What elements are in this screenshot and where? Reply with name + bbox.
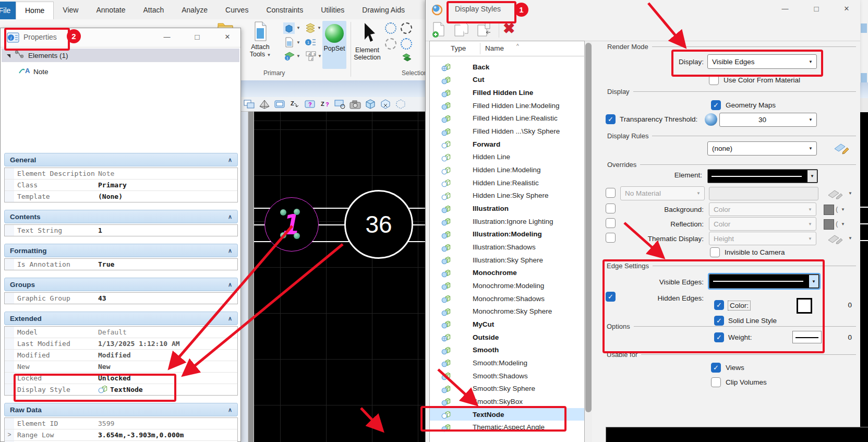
maximize-icon[interactable] — [811, 4, 822, 14]
background-swatch-caret[interactable]: ▼ — [841, 207, 845, 212]
close-icon[interactable] — [841, 4, 852, 14]
style-row-filled-hidden-line[interactable]: Filled Hidden Line — [430, 86, 584, 99]
style-row-outside[interactable]: Outside — [430, 331, 584, 344]
view-window-title-bar[interactable] — [241, 80, 425, 98]
style-row-hidden-line[interactable]: Hidden Line — [430, 151, 584, 164]
transparency-threshold-dropdown[interactable]: 30 — [719, 113, 817, 127]
style-row-smooth-skybox[interactable]: Smooth:SkyBox — [430, 395, 584, 408]
element-line-style-dropdown[interactable] — [707, 169, 818, 183]
edge-color-checkbox[interactable] — [714, 300, 724, 310]
new-style-button[interactable] — [430, 21, 448, 41]
tab-analyze[interactable]: Analyze — [173, 2, 216, 19]
apply-view-icon[interactable]: ? — [304, 99, 316, 110]
style-row-hidden-line-realistic[interactable]: Hidden Line:Realistic — [430, 176, 584, 189]
text-node-bubble-36[interactable]: 36 — [344, 190, 413, 259]
view-cube-icon[interactable] — [364, 99, 377, 110]
style-row-illustration-ignore-lighting[interactable]: Illustration:Ignore Lighting — [430, 215, 584, 228]
tree-item-elements[interactable]: Elements (1) — [2, 49, 239, 62]
style-row-monochrome-sky-sphere[interactable]: Monochrome:Sky Sphere — [430, 305, 584, 318]
tab-file[interactable]: File — [0, 2, 16, 19]
thematic-eraser-caret[interactable]: ▼ — [848, 236, 852, 241]
change-z-icon[interactable]: Z — [288, 99, 301, 110]
property-value[interactable]: Default — [98, 328, 237, 336]
selection-handle[interactable] — [294, 209, 300, 215]
references-icon[interactable] — [285, 37, 293, 50]
property-value[interactable]: Primary — [98, 181, 237, 189]
material-dropdown[interactable]: No Material — [620, 186, 705, 200]
collapse-icon[interactable]: ∧ — [228, 407, 232, 413]
style-row-filled-hidden-line-modeling[interactable]: Filled Hidden Line:Modeling — [430, 99, 584, 112]
selection-handle[interactable] — [280, 209, 286, 216]
invisible-to-camera-checkbox[interactable] — [710, 247, 720, 257]
style-row-monochrome-modeling[interactable]: Monochrome:Modeling — [430, 279, 584, 292]
material-field[interactable] — [709, 187, 818, 200]
property-value[interactable]: Unlocked — [98, 374, 237, 382]
text-node-bubble-1[interactable]: 1 — [264, 197, 319, 252]
style-row-filled-hidden-line-realistic[interactable]: Filled Hidden Line:Realistic — [430, 112, 584, 125]
view-scrollbar-thumb[interactable] — [248, 112, 254, 442]
selection-handle[interactable] — [294, 233, 300, 239]
tree-item-note[interactable]: A Note — [18, 66, 49, 77]
drawing-canvas[interactable]: 1 36 — [254, 112, 425, 442]
capture-icon[interactable] — [349, 99, 361, 110]
hidden-edges-checkbox[interactable] — [606, 292, 616, 302]
collapse-icon[interactable]: ∧ — [228, 247, 232, 254]
display-rules-edit-icon[interactable] — [833, 139, 850, 157]
attach-tools-button[interactable]: Attach Tools ▼ — [243, 21, 278, 58]
geometry-maps-checkbox[interactable] — [711, 100, 721, 110]
property-value[interactable]: True — [98, 260, 237, 268]
style-row-smooth-shadows[interactable]: Smooth:Shadows — [430, 369, 584, 383]
property-value[interactable]: 43 — [98, 294, 237, 302]
tab-drawing-aids[interactable]: Drawing Aids — [353, 2, 414, 19]
models-icon[interactable] — [283, 22, 295, 34]
style-row-smooth[interactable]: Smooth — [430, 343, 584, 356]
shortcuts-caret[interactable]: ▼ — [318, 54, 322, 58]
selection-mode-2-icon[interactable] — [385, 38, 396, 50]
selection-handle[interactable] — [280, 232, 286, 238]
style-row-illustration-modeling[interactable]: Illustration:Modeling — [430, 228, 584, 241]
property-value[interactable]: 3.654m,-3.903m,0.000m — [98, 431, 237, 439]
lock-element-icon[interactable] — [401, 22, 412, 34]
fit-view-icon[interactable] — [243, 99, 256, 110]
reflection-swatch[interactable] — [824, 219, 834, 230]
material-eraser-icon[interactable] — [826, 187, 845, 202]
material-eraser-caret[interactable]: ▼ — [848, 191, 852, 196]
import-style-button[interactable] — [475, 21, 493, 41]
levels-icon[interactable] — [305, 22, 316, 35]
tab-view[interactable]: View — [54, 2, 87, 19]
style-row-monochrome[interactable]: Monochrome — [430, 267, 584, 280]
minimize-icon[interactable] — [779, 4, 791, 14]
references-caret[interactable]: ▼ — [296, 40, 300, 45]
section-header-raw-data[interactable]: Raw Data∧ — [4, 403, 238, 416]
section-header-groups[interactable]: Groups∧ — [4, 278, 238, 291]
style-row-forward[interactable]: Forward — [430, 138, 584, 151]
column-name[interactable]: Name — [485, 44, 504, 52]
style-row-illustration-sky-sphere[interactable]: Illustration:Sky Sphere — [430, 254, 584, 267]
property-value[interactable]: Modified — [98, 351, 237, 359]
style-row-illustration[interactable]: Illustration — [430, 202, 584, 215]
section-header-extended[interactable]: Extended∧ — [4, 312, 238, 325]
thematic-display-dropdown[interactable]: Height — [709, 232, 816, 245]
edge-weight-preview[interactable] — [792, 331, 822, 343]
tab-attach[interactable]: Attach — [135, 2, 173, 19]
collapse-icon[interactable]: ∧ — [228, 157, 232, 163]
edge-color-value[interactable]: 0 — [833, 301, 852, 309]
visible-edges-line-style-dropdown[interactable] — [709, 274, 819, 289]
tab-annotate[interactable]: Annotate — [87, 2, 134, 19]
style-row-smooth-sky-sphere[interactable]: Smooth:Sky Sphere — [430, 382, 584, 395]
collapse-icon[interactable]: ∧ — [228, 213, 232, 220]
property-value[interactable]: 1 — [98, 226, 237, 234]
unlock-element-icon[interactable] — [401, 38, 412, 50]
models-caret[interactable]: ▼ — [296, 26, 300, 30]
element-selection-button[interactable]: Element Selection — [353, 21, 382, 61]
auxiliary-coordinates-icon[interactable]: 1 — [284, 51, 295, 63]
background-override-checkbox[interactable] — [606, 204, 616, 213]
clip-volumes-checkbox[interactable] — [711, 377, 721, 387]
style-row-illustration-shadows[interactable]: Illustration:Shadows — [430, 241, 584, 254]
collapse-icon[interactable]: ∧ — [228, 315, 232, 322]
style-row-back[interactable]: Back — [430, 61, 584, 74]
property-value[interactable]: TextNode — [98, 384, 237, 395]
column-type[interactable]: Type — [451, 44, 466, 52]
maximize-icon[interactable] — [191, 32, 203, 42]
close-icon[interactable] — [222, 32, 233, 42]
